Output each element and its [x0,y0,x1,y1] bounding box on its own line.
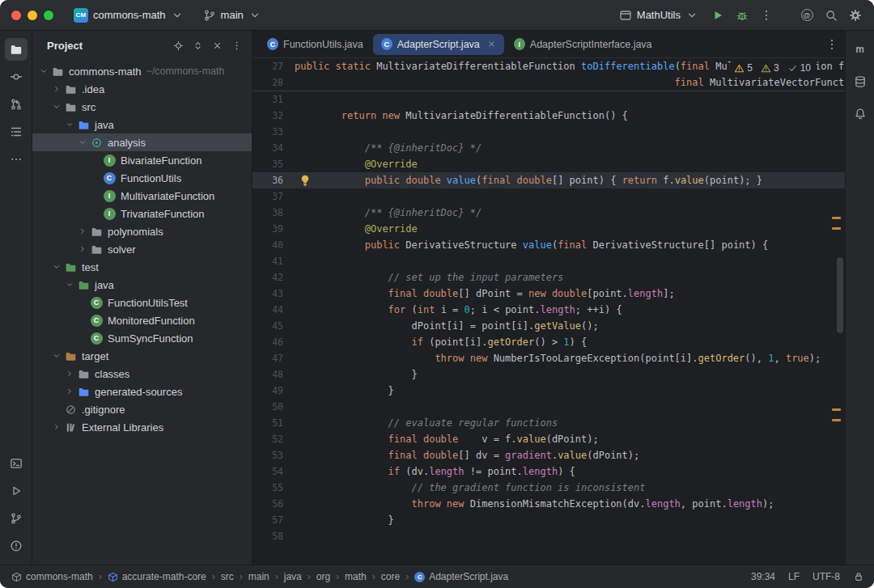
chevron-right-icon[interactable] [50,84,63,94]
inspection-check[interactable]: 10 [787,62,811,74]
line-number[interactable]: 44 [252,302,295,318]
line-number[interactable]: 49 [252,383,295,399]
tree-item-target[interactable]: target [32,347,252,365]
pull-requests-button[interactable] [5,93,28,116]
tree-item--gitignore[interactable]: .gitignore [32,400,252,418]
intention-bulb-icon[interactable] [299,174,312,187]
tree-item-multivariatefunction[interactable]: IMultivariateFunction [32,187,252,205]
breadcrumb-item-java[interactable]: java [282,571,303,582]
code-line-50[interactable]: 50 [252,399,845,415]
chevron-right-icon[interactable] [76,226,89,236]
line-number[interactable]: 46 [252,334,295,350]
tree-item-solver[interactable]: solver [32,240,252,258]
zoom-window-button[interactable] [44,11,53,20]
caret-position[interactable]: 39:34 [751,571,775,582]
line-number[interactable]: 31 [252,91,295,108]
code-line-56[interactable]: 56 throw new DimensionMismatchException(… [252,496,845,512]
code-line-32[interactable]: 32 return new MultivariateDifferentiable… [252,108,845,124]
line-number[interactable]: 28 [252,74,295,91]
line-number[interactable]: 37 [252,188,295,205]
line-number[interactable]: 38 [252,205,295,221]
line-number[interactable]: 52 [252,431,295,447]
code-line-54[interactable]: 54 if (dv.length != point.length) { [252,463,845,480]
line-number[interactable]: 45 [252,318,295,334]
editor-body[interactable]: 5310 27public static MultivariateDiffere… [252,58,845,565]
inspections-widget[interactable]: 5310 [728,61,817,75]
chevron-down-icon[interactable] [50,262,63,272]
branch-selector[interactable]: main [197,6,267,24]
close-tab-icon[interactable] [487,40,496,49]
hide-panel-button[interactable] [208,37,226,55]
version-control-button[interactable] [5,507,28,530]
breadcrumb-item-commons-math[interactable]: commons-math [10,571,95,582]
line-ending-indicator[interactable]: LF [788,571,800,582]
code-line-49[interactable]: 49 } [252,383,845,399]
line-number[interactable]: 43 [252,286,295,302]
code-line-28[interactable]: 28 final MultivariateVectorFunction grad… [252,74,845,91]
breadcrumb-item-math[interactable]: math [343,571,368,582]
line-number[interactable]: 36 [252,172,295,188]
structure-button[interactable] [5,121,28,143]
code-line-40[interactable]: 40 public DerivativeStructure value(fina… [252,237,845,253]
code-line-41[interactable]: 41 [252,253,845,269]
commit-button[interactable] [5,66,28,88]
line-number[interactable]: 55 [252,480,295,496]
notifications-button[interactable] [849,103,872,125]
chevron-right-icon[interactable] [63,387,76,396]
code-line-57[interactable]: 57 } [252,512,845,528]
search-everywhere-button[interactable] [821,5,842,26]
editor-scrollbar-thumb[interactable] [837,257,843,333]
breadcrumb-item-accurate-math-core[interactable]: accurate-math-core [106,571,208,582]
tree-item-java[interactable]: java [32,276,252,294]
code-line-58[interactable]: 58 [252,528,845,544]
run-tool-button[interactable] [5,480,28,502]
line-number[interactable]: 48 [252,366,295,383]
line-number[interactable]: 32 [252,108,295,124]
code-line-31[interactable]: 31 [252,91,845,108]
line-number[interactable]: 54 [252,463,295,480]
code-line-33[interactable]: 33 [252,124,845,140]
tree-item--idea[interactable]: .idea [32,80,252,98]
code-line-44[interactable]: 44 for (int i = 0; i < point.length; ++i… [252,302,845,318]
line-number[interactable]: 33 [252,124,295,140]
tab-adapterscriptinterface-java[interactable]: IAdapterScriptInterface.java [506,34,660,55]
line-number[interactable]: 40 [252,237,295,253]
tree-item-bivariatefunction[interactable]: IBivariateFunction [32,151,252,169]
tree-item-monitoredfunction[interactable]: CMonitoredFunction [32,311,252,329]
code-line-37[interactable]: 37 [252,188,845,205]
chevron-right-icon[interactable] [76,244,89,254]
line-number[interactable]: 47 [252,350,295,366]
code-line-38[interactable]: 38 /** {@inheritDoc} */ [252,205,845,221]
code-line-53[interactable]: 53 final double[] dv = gradient.value(dP… [252,447,845,463]
tree-item-src[interactable]: src [32,98,252,116]
expand-collapse-button[interactable] [189,37,206,55]
breadcrumb-item-core[interactable]: core [380,571,401,582]
tree-item-test[interactable]: test [32,258,252,276]
line-number[interactable]: 57 [252,512,295,528]
line-number[interactable]: 41 [252,253,295,269]
breadcrumb-item-org[interactable]: org [315,571,332,582]
maven-button[interactable]: m [849,38,872,61]
locate-file-button[interactable] [169,37,187,55]
code-line-34[interactable]: 34 /** {@inheritDoc} */ [252,140,845,156]
file-encoding-indicator[interactable]: UTF-8 [812,571,840,582]
line-number[interactable]: 51 [252,415,295,431]
read-only-lock-icon[interactable] [853,571,864,582]
code-line-43[interactable]: 43 final double[] dPoint = new double[po… [252,286,845,302]
chevron-down-icon[interactable] [63,120,76,129]
chevron-down-icon[interactable] [50,351,63,361]
panel-options-button[interactable] [227,37,245,55]
settings-button[interactable] [845,5,866,26]
more-tools-button[interactable] [5,148,28,171]
inspection-warning[interactable]: 3 [761,62,779,74]
line-number[interactable]: 53 [252,447,295,463]
inspection-warning[interactable]: 5 [734,62,753,74]
code-line-36[interactable]: 36 public double value(final double[] po… [252,172,845,188]
code-line-47[interactable]: 47 throw new NumberIsTooLargeException(p… [252,350,845,366]
ai-assistant-button[interactable]: @ [796,5,817,26]
line-number[interactable]: 35 [252,156,295,172]
breadcrumb-item-src[interactable]: src [219,571,235,582]
tab-functionutils-java[interactable]: CFunctionUtils.java [259,34,371,55]
tree-item-sumsyncfunction[interactable]: CSumSyncFunction [32,329,252,347]
more-run-actions-button[interactable] [756,5,777,26]
